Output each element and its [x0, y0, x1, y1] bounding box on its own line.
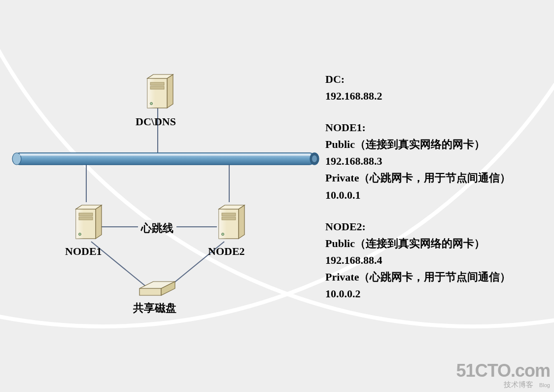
- node2-private-ip: 10.0.0.2: [325, 285, 511, 302]
- node1-server-icon: [76, 205, 102, 239]
- watermark-tag: Blog: [539, 382, 550, 388]
- watermark: 51CTO.com 技术博客 Blog: [456, 361, 550, 389]
- dc-title: DC:: [325, 71, 511, 88]
- dc-ip: 192.168.88.2: [325, 88, 511, 105]
- node2-public-ip: 192.168.88.4: [325, 252, 511, 269]
- node1-private-ip: 10.0.0.1: [325, 187, 511, 204]
- shared-disk-label: 共享磁盘: [133, 301, 176, 316]
- shared-disk-icon: [139, 282, 175, 295]
- dc-server-icon: [147, 74, 173, 108]
- node1-public-ip: 192.168.88.3: [325, 153, 511, 170]
- dc-label: DC\DNS: [136, 115, 176, 128]
- node2-private: Private（心跳网卡，用于节点间通信）: [325, 269, 511, 285]
- node1-private: Private（心跳网卡，用于节点间通信）: [325, 170, 511, 186]
- watermark-logo: 51CTO.com: [456, 361, 550, 381]
- node2-label: NODE2: [208, 245, 245, 258]
- network-bus-icon: [12, 153, 319, 165]
- node1-title: NODE1:: [325, 119, 511, 136]
- node1-label: NODE1: [65, 245, 102, 258]
- node2-title: NODE2:: [325, 218, 511, 235]
- node2-server-icon: [219, 205, 244, 239]
- svg-point-18: [312, 155, 317, 162]
- info-block: DC: 192.168.88.2 NODE1: Public（连接到真实网络的网…: [325, 71, 511, 302]
- node2-public: Public（连接到真实网络的网卡）: [325, 235, 511, 252]
- heartbeat-label: 心跳线: [141, 221, 173, 236]
- watermark-sub: 技术博客: [504, 380, 533, 389]
- node1-public: Public（连接到真实网络的网卡）: [325, 136, 511, 153]
